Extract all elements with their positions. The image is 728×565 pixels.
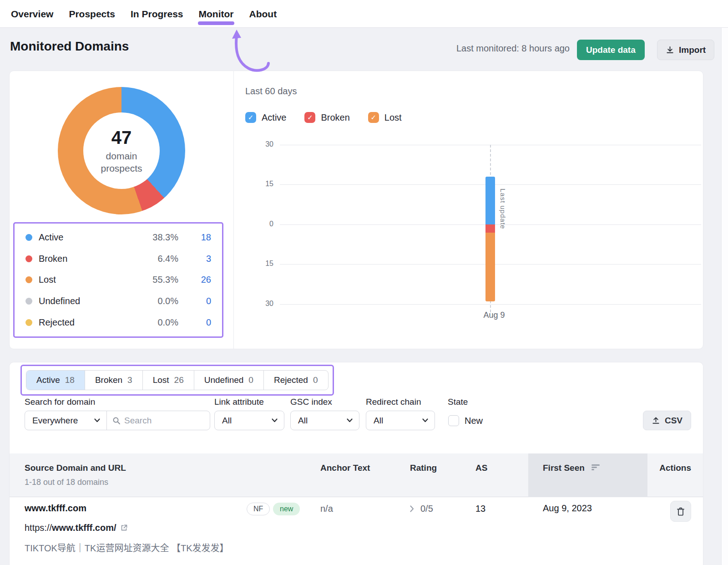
- series-checkbox-active[interactable]: ✓ Active: [245, 112, 286, 123]
- scrollbar-track[interactable]: [721, 0, 728, 565]
- gsc-index-value: All: [298, 416, 308, 426]
- domains-panel: Active 18 Broken 3 Lost 26 Undefined 0 R…: [9, 362, 703, 565]
- tab-label: Lost: [153, 375, 169, 385]
- tab-label: Active: [36, 375, 60, 385]
- legend-percent: 38.3%: [124, 232, 178, 243]
- overview-panel: 47 domain prospects Active 38.3% 18 Brok…: [9, 71, 703, 349]
- external-link-icon[interactable]: [120, 524, 128, 532]
- chevron-down-icon: [347, 418, 353, 422]
- domain-search-control: Everywhere: [25, 411, 210, 430]
- state-new-checkbox[interactable]: New: [448, 415, 483, 426]
- legend-percent: 6.4%: [124, 254, 178, 264]
- export-csv-button[interactable]: CSV: [643, 411, 691, 430]
- trash-icon: [676, 507, 685, 516]
- tab-rejected[interactable]: Rejected 0: [263, 371, 328, 390]
- legend-count-link[interactable]: 26: [178, 275, 211, 285]
- row-domain: www.tkfff.com: [25, 503, 86, 514]
- col-header-rating[interactable]: Rating: [410, 463, 437, 473]
- donut-center-value: 47: [111, 127, 132, 148]
- donut-center-label: domain prospects: [92, 150, 151, 174]
- nav-tab-overview[interactable]: Overview: [11, 0, 53, 28]
- lost-dot-icon: [25, 276, 32, 283]
- search-scope-dropdown[interactable]: Everywhere: [25, 411, 107, 430]
- trend-plot-area: Last update: [280, 145, 701, 304]
- bar-seg-broken[interactable]: [485, 224, 495, 233]
- checkbox-checked-icon: ✓: [304, 112, 315, 123]
- sorted-column-highlight: [528, 453, 647, 497]
- tab-count: 18: [65, 375, 75, 385]
- col-header-first-seen[interactable]: First Seen: [543, 463, 601, 473]
- row-rating-expand[interactable]: 0/5: [410, 504, 433, 514]
- legend-row-lost: Lost 55.3% 26: [25, 275, 211, 285]
- legend-label: Lost: [39, 275, 124, 285]
- legend-count-link[interactable]: 3: [178, 254, 211, 264]
- redirect-chain-value: All: [374, 416, 383, 426]
- legend-count-link[interactable]: 0: [178, 317, 211, 328]
- col-header-anchor[interactable]: Anchor Text: [320, 463, 370, 473]
- nav-tab-about[interactable]: About: [249, 0, 277, 28]
- search-scope-value: Everywhere: [32, 416, 78, 426]
- series-checkbox-lost[interactable]: ✓ Lost: [368, 112, 402, 123]
- nav-tab-monitor-label: Monitor: [199, 9, 234, 19]
- link-attribute-value: All: [222, 416, 232, 426]
- row-url: https://www.tkfff.com/: [25, 523, 128, 533]
- link-attribute-label: Link attribute: [214, 397, 264, 407]
- tab-label: Broken: [95, 375, 122, 385]
- redirect-chain-select[interactable]: All: [366, 411, 435, 430]
- state-label: State: [448, 397, 468, 407]
- series-checkbox-broken[interactable]: ✓ Broken: [304, 112, 349, 123]
- row-anchor-text: n/a: [320, 504, 333, 514]
- col-header-as[interactable]: AS: [475, 463, 487, 473]
- legend-row-rejected: Rejected 0.0% 0: [25, 317, 211, 328]
- legend-row-undefined: Undefined 0.0% 0: [25, 296, 211, 306]
- redirect-chain-label: Redirect chain: [366, 397, 421, 407]
- url-prefix: https://: [25, 523, 52, 533]
- tab-lost[interactable]: Lost 26: [142, 371, 194, 390]
- legend-row-active: Active 38.3% 18: [25, 232, 211, 243]
- active-tab-underline-highlight: [198, 21, 235, 25]
- search-input[interactable]: [124, 416, 179, 426]
- col-header-actions: Actions: [659, 463, 691, 473]
- chevron-right-icon: [410, 505, 414, 512]
- monitored-domains-page: Overview Prospects In Progress Monitor A…: [0, 0, 728, 565]
- legend-row-broken: Broken 6.4% 3: [25, 254, 211, 264]
- new-badge: new: [273, 503, 300, 515]
- nav-tab-monitor[interactable]: Monitor: [199, 0, 234, 28]
- import-button[interactable]: Import: [657, 40, 714, 60]
- last-monitored-text: Last monitored: 8 hours ago: [410, 43, 570, 54]
- tab-undefined[interactable]: Undefined 0: [194, 371, 263, 390]
- tab-active[interactable]: Active 18: [26, 371, 85, 390]
- nav-tab-prospects[interactable]: Prospects: [69, 0, 115, 28]
- nav-tab-in-progress[interactable]: In Progress: [131, 0, 183, 28]
- nofollow-badge: NF: [247, 503, 270, 515]
- tab-label: Rejected: [274, 375, 308, 385]
- page-title: Monitored Domains: [10, 39, 129, 54]
- bar-seg-lost[interactable]: [485, 233, 495, 302]
- checkbox-unchecked-icon: [448, 415, 459, 426]
- update-data-button[interactable]: Update data: [577, 40, 645, 60]
- x-axis-label: Aug 9: [474, 310, 515, 320]
- bar-seg-active[interactable]: [485, 177, 495, 224]
- rejected-dot-icon: [25, 319, 32, 326]
- search-domain-label: Search for domain: [25, 397, 95, 407]
- tab-label: Undefined: [204, 375, 244, 385]
- col-header-source[interactable]: Source Domain and URL: [25, 463, 126, 473]
- delete-row-button[interactable]: [670, 501, 691, 522]
- legend-label: Rejected: [39, 317, 124, 328]
- tab-count: 0: [248, 375, 253, 385]
- donut-center: 47 domain prospects: [83, 112, 160, 189]
- series-label: Lost: [384, 112, 402, 123]
- legend-count-link[interactable]: 18: [178, 232, 211, 243]
- series-label: Broken: [321, 112, 349, 123]
- gsc-index-select[interactable]: All: [290, 411, 359, 430]
- series-label: Active: [262, 112, 286, 123]
- tab-count: 0: [313, 375, 318, 385]
- undefined-dot-icon: [25, 298, 32, 305]
- legend-count-link[interactable]: 0: [178, 296, 211, 306]
- annotation-arrow-icon: [225, 29, 272, 72]
- legend-percent: 0.0%: [124, 296, 178, 306]
- first-seen-label: First Seen: [543, 463, 585, 473]
- y-axis-tick: 15: [255, 260, 273, 268]
- tab-broken[interactable]: Broken 3: [85, 371, 142, 390]
- link-attribute-select[interactable]: All: [214, 411, 284, 430]
